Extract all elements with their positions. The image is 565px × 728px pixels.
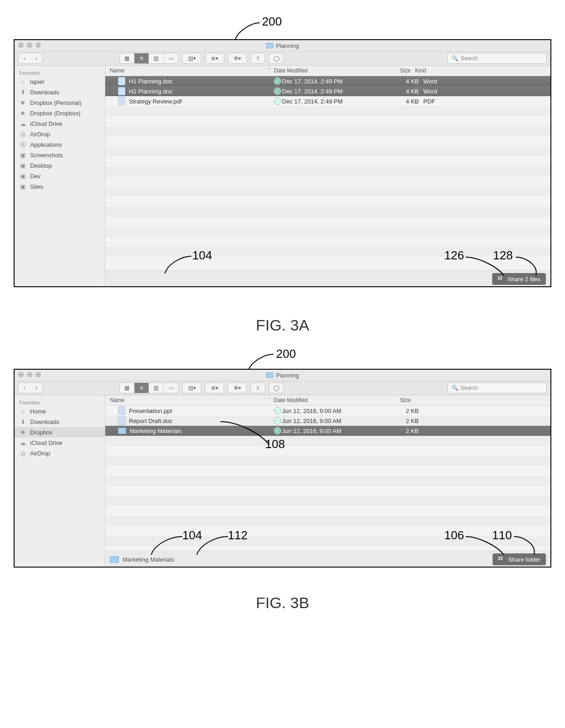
tags-button[interactable]: ◯ (269, 53, 283, 64)
col-date[interactable]: Date Modified (274, 397, 379, 403)
search-field[interactable]: 🔍 Search (447, 382, 547, 393)
sidebar-item[interactable]: ◎AirDrop (15, 448, 105, 459)
file-kind: Word (423, 88, 460, 95)
action-menu[interactable]: ✻▾ (228, 382, 247, 393)
downloads-icon: ⬇ (19, 419, 26, 425)
table-row-empty (105, 526, 550, 536)
view-gallery[interactable]: ▭ (164, 383, 178, 393)
table-row[interactable]: Marketing Materials✓Jun 12, 2016, 9:00 A… (105, 426, 550, 436)
view-mode-segment[interactable]: ▦ ≡ ▥ ▭ (119, 382, 179, 393)
view-icon-grid[interactable]: ▦ (120, 383, 134, 393)
sidebar-item[interactable]: ▣Desktop (15, 160, 105, 171)
table-row[interactable]: Strategy Review.pdf✓Dec 17, 2014, 2:49 P… (105, 96, 550, 106)
sidebar-item[interactable]: ❖Dropbox (Personal) (15, 98, 105, 108)
table-row[interactable]: H1 Planning.doc✓Dec 17, 2014, 2:49 PM4 K… (105, 76, 550, 86)
group-menu[interactable]: ≣▾ (205, 382, 224, 393)
sidebar-item-label: Applications (30, 141, 62, 148)
sidebar-item[interactable]: ❖Dropbox (Dropbox) (15, 108, 105, 119)
file-date: Jun 12, 2016, 9:00 AM (282, 428, 387, 434)
sync-status-icon: ✓ (274, 77, 281, 85)
sidebar-item[interactable]: ▣Dev (15, 171, 105, 181)
table-row-empty (105, 176, 550, 186)
view-columns[interactable]: ▥ (149, 53, 164, 63)
sidebar-item[interactable]: ⒶApplications (15, 139, 105, 150)
view-icon-grid[interactable]: ▦ (120, 53, 134, 63)
sidebar-item-label: lapier (30, 78, 45, 85)
view-list[interactable]: ≡ (134, 383, 149, 393)
arrange-menu[interactable]: ▤▾ (182, 53, 201, 64)
file-name: H1 Planning.doc (129, 78, 172, 85)
file-name: H2 Planning.doc (129, 88, 172, 95)
view-list[interactable]: ≡ (134, 53, 149, 63)
sidebar-item[interactable]: ▣Screenshots (15, 150, 105, 160)
sidebar-item[interactable]: ⬇Downloads (15, 87, 105, 98)
view-columns[interactable]: ▥ (149, 383, 164, 393)
sidebar-item[interactable]: ☁iCloud Drive (15, 119, 105, 129)
group-menu[interactable]: ≣▾ (205, 53, 224, 64)
sidebar-item[interactable]: ◎AirDrop (15, 129, 105, 139)
downloads-icon: ⬇ (19, 89, 26, 96)
action-menu[interactable]: ✻▾ (228, 53, 247, 64)
col-name[interactable]: Name (110, 67, 124, 74)
tags-button[interactable]: ◯ (269, 382, 283, 393)
sidebar-item[interactable]: ⌂lapier (15, 77, 105, 87)
table-row-empty (105, 536, 550, 546)
sidebar-item[interactable]: ☁iCloud Drive (15, 438, 105, 448)
column-headers[interactable]: Name ˄ Date Modified Size (105, 395, 550, 406)
sync-status-icon: ✓ (274, 417, 281, 424)
nav-back-forward[interactable]: ‹ › (18, 53, 43, 64)
sidebar-item[interactable]: ▣Sites (15, 181, 105, 192)
table-row-empty (105, 156, 550, 166)
titlebar: Planning (15, 370, 550, 381)
file-name: Marketing Materials (130, 428, 181, 434)
share-button[interactable]: Share folder (493, 553, 546, 565)
share-toolbar-button[interactable]: ⇧ (251, 382, 265, 393)
file-icon (118, 97, 125, 105)
col-date[interactable]: Date Modified (274, 67, 379, 74)
col-kind[interactable]: Kind (415, 67, 452, 74)
status-bar: Marketing Materials Share folder (105, 551, 550, 568)
view-mode-segment[interactable]: ▦ ≡ ▥ ▭ (119, 53, 179, 64)
status-path[interactable]: Marketing Materials (110, 556, 174, 563)
sidebar-item-label: Sites (30, 183, 43, 190)
share-button[interactable]: Share 2 files (492, 273, 546, 285)
window-title: Planning (276, 42, 299, 49)
home-icon: ⌂ (19, 408, 26, 415)
file-date: Jun 12, 2016, 9:00 AM (282, 408, 387, 414)
table-row-empty (105, 237, 550, 247)
table-row[interactable]: Presentation.ppt✓Jun 12, 2016, 9:00 AM2 … (105, 406, 550, 416)
sidebar-item-label: Desktop (30, 162, 52, 169)
sidebar-item[interactable]: ❖Dropbox (15, 427, 105, 438)
window-controls[interactable] (18, 42, 41, 48)
share-toolbar-button[interactable]: ⇧ (251, 53, 265, 64)
table-row[interactable]: Report Draft.doc✓Jun 12, 2016, 9:00 AM2 … (105, 416, 550, 426)
search-field[interactable]: 🔍 Search (447, 53, 547, 64)
table-row[interactable]: H2 Planning.doc✓Dec 17, 2014, 2:49 PM4 K… (105, 86, 550, 96)
sync-status-icon: ✓ (274, 98, 281, 105)
table-row-empty (105, 436, 550, 446)
sidebar-item-label: Downloads (30, 89, 59, 96)
col-size[interactable]: Size (379, 397, 415, 403)
airdrop-icon: ◎ (19, 131, 26, 138)
arrange-menu[interactable]: ▤▾ (182, 382, 201, 393)
nav-forward[interactable]: › (31, 383, 42, 393)
sort-indicator[interactable]: ˄ (265, 67, 274, 74)
nav-forward[interactable]: › (31, 53, 42, 63)
column-headers[interactable]: Name ˄ Date Modified Size Kind (105, 66, 550, 76)
nav-back[interactable]: ‹ (19, 383, 31, 393)
view-gallery[interactable]: ▭ (164, 53, 178, 63)
file-size: 2 KB (387, 428, 423, 434)
file-size: 4 KB (387, 88, 423, 95)
nav-back-forward[interactable]: ‹ › (18, 382, 43, 393)
figure-a-wrap: 200 Planning ‹ › ▦ ≡ ▥ ▭ ▤▾ ≣▾ ✻▾ ⇧ ◯ (14, 18, 551, 310)
sidebar-item[interactable]: ⬇Downloads (15, 417, 105, 427)
cloud-icon: ☁ (19, 440, 26, 446)
file-list-main: Name ˄ Date Modified Size Presentation.p… (105, 395, 550, 568)
sidebar-item[interactable]: ⌂Home (15, 406, 105, 417)
col-size[interactable]: Size (379, 67, 415, 74)
sort-indicator[interactable]: ˄ (265, 397, 274, 403)
nav-back[interactable]: ‹ (19, 53, 31, 63)
window-controls[interactable] (18, 372, 41, 377)
folder-icon (110, 556, 119, 563)
col-name[interactable]: Name (110, 397, 124, 403)
